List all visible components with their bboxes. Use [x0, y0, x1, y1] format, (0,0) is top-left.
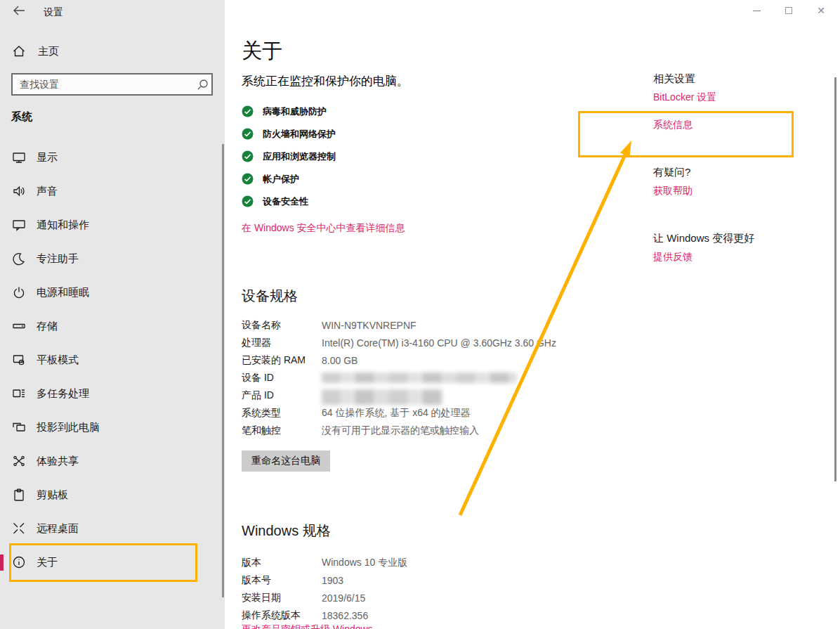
- feedback-link[interactable]: 提供反馈: [653, 251, 693, 264]
- redacted-product-id: [322, 389, 442, 405]
- sidebar-item-focus-assist[interactable]: 专注助手: [0, 242, 225, 275]
- get-help-link[interactable]: 获取帮助: [653, 185, 693, 197]
- sidebar-section-title: 系统: [11, 110, 32, 124]
- change-product-key-link[interactable]: 更改产品密钥或升级 Windows: [242, 623, 373, 629]
- security-status-text: 系统正在监控和保护你的电脑。: [242, 73, 409, 89]
- sidebar-item-storage[interactable]: 存储: [0, 309, 225, 343]
- sidebar-item-notifications[interactable]: 通知和操作: [0, 208, 225, 242]
- spec-row: 系统类型 64 位操作系统, 基于 x64 的处理器: [242, 404, 556, 422]
- spec-row: 设备 ID: [242, 369, 556, 387]
- maximize-icon: [785, 7, 792, 14]
- search-icon[interactable]: [193, 79, 211, 91]
- bitlocker-settings-link[interactable]: BitLocker 设置: [653, 91, 716, 104]
- security-item: 设备安全性: [242, 195, 336, 218]
- sidebar-item-multitasking[interactable]: 多任务处理: [0, 377, 225, 410]
- security-item: 防火墙和网络保护: [242, 128, 336, 150]
- selected-item-accent-bar: [0, 555, 4, 571]
- security-items-list: 病毒和威胁防护 防火墙和网络保护 应用和浏览器控制 帐户保护 设备安全性: [242, 105, 336, 218]
- spec-row: 版本 Windows 10 专业版: [242, 554, 407, 571]
- sidebar: 设置 主页 系统 显示 声音 通知和操作: [0, 0, 225, 629]
- sidebar-home-label: 主页: [38, 45, 59, 58]
- windows-security-details-link[interactable]: 在 Windows 安全中心中查看详细信息: [242, 222, 405, 235]
- sound-icon: [11, 183, 27, 199]
- device-spec-heading: 设备规格: [242, 287, 298, 306]
- sidebar-nav: 显示 声音 通知和操作 专注助手 电源和睡眠 存储: [0, 141, 225, 579]
- check-circle-icon: [242, 150, 254, 162]
- maximize-button[interactable]: [773, 0, 805, 21]
- back-arrow-icon: [13, 6, 25, 18]
- spec-row: 处理器 Intel(R) Core(TM) i3-4160 CPU @ 3.60…: [242, 334, 556, 351]
- tablet-mode-icon: [11, 352, 27, 368]
- settings-window: 设置 主页 系统 显示 声音 通知和操作: [0, 0, 840, 629]
- spec-row: 设备名称 WIN-N9TKVNREPNF: [242, 316, 556, 334]
- check-circle-icon: [242, 195, 254, 207]
- related-settings-heading: 相关设置: [653, 72, 695, 86]
- about-icon: [11, 555, 27, 570]
- spec-row: 已安装的 RAM 8.00 GB: [242, 351, 556, 369]
- home-icon: [11, 44, 27, 59]
- focus-assist-icon: [11, 251, 27, 266]
- check-circle-icon: [242, 173, 254, 185]
- sidebar-item-home[interactable]: 主页: [0, 41, 225, 62]
- close-button[interactable]: ✕: [805, 0, 837, 21]
- sidebar-scrollbar[interactable]: [222, 144, 224, 597]
- spec-row: 版本号 1903: [242, 571, 407, 589]
- sidebar-item-about[interactable]: 关于: [0, 545, 225, 579]
- main-scrollbar[interactable]: [834, 77, 836, 481]
- sidebar-item-clipboard[interactable]: 剪贴板: [0, 478, 225, 512]
- close-icon: ✕: [817, 6, 825, 15]
- windows-spec-heading: Windows 规格: [242, 521, 331, 540]
- questions-heading: 有疑问?: [653, 166, 690, 179]
- windows-spec-rows: 版本 Windows 10 专业版 版本号 1903 安装日期 2019/6/1…: [242, 554, 407, 624]
- sidebar-item-shared-experiences[interactable]: 体验共享: [0, 444, 225, 478]
- sidebar-item-tablet-mode[interactable]: 平板模式: [0, 343, 225, 377]
- multitasking-icon: [11, 386, 27, 401]
- search-input[interactable]: [13, 79, 193, 90]
- app-title: 设置: [44, 6, 63, 19]
- project-icon: [11, 420, 27, 435]
- notifications-icon: [11, 217, 27, 233]
- security-item: 病毒和威胁防护: [242, 105, 336, 128]
- clipboard-icon: [11, 487, 27, 502]
- sidebar-item-display[interactable]: 显示: [0, 141, 225, 174]
- window-controls: ✕: [740, 0, 837, 21]
- main-panel: ✕ 关于 系统正在监控和保护你的电脑。 病毒和威胁防护 防火墙和网络保护 应用和…: [225, 0, 840, 629]
- remote-desktop-icon: [11, 521, 27, 536]
- shared-experiences-icon: [11, 453, 27, 469]
- minimize-icon: [753, 11, 761, 11]
- security-item: 应用和浏览器控制: [242, 150, 336, 173]
- device-spec-rows: 设备名称 WIN-N9TKVNREPNF 处理器 Intel(R) Core(T…: [242, 316, 556, 439]
- minimize-button[interactable]: [740, 0, 773, 21]
- redacted-device-id: [322, 372, 517, 383]
- sidebar-item-power-sleep[interactable]: 电源和睡眠: [0, 275, 225, 309]
- power-sleep-icon: [11, 285, 27, 300]
- back-button[interactable]: [8, 4, 29, 20]
- system-info-highlight-box: [578, 111, 794, 157]
- check-circle-icon: [242, 128, 254, 140]
- page-title: 关于: [242, 37, 282, 65]
- check-circle-icon: [242, 105, 254, 117]
- sidebar-item-sound[interactable]: 声音: [0, 174, 225, 208]
- storage-icon: [11, 318, 27, 334]
- make-windows-better-heading: 让 Windows 变得更好: [653, 232, 754, 245]
- security-item: 帐户保护: [242, 173, 336, 195]
- spec-row: 操作系统版本 18362.356: [242, 607, 407, 624]
- spec-row: 安装日期 2019/6/15: [242, 589, 407, 607]
- system-info-link[interactable]: 系统信息: [653, 119, 693, 131]
- rename-pc-button[interactable]: 重命名这台电脑: [242, 450, 330, 472]
- display-icon: [11, 150, 27, 165]
- sidebar-item-project[interactable]: 投影到此电脑: [0, 410, 225, 444]
- spec-row: 产品 ID: [242, 387, 556, 404]
- spec-row: 笔和触控 没有可用于此显示器的笔或触控输入: [242, 422, 556, 439]
- sidebar-item-remote-desktop[interactable]: 远程桌面: [0, 512, 225, 545]
- search-box[interactable]: [11, 73, 213, 96]
